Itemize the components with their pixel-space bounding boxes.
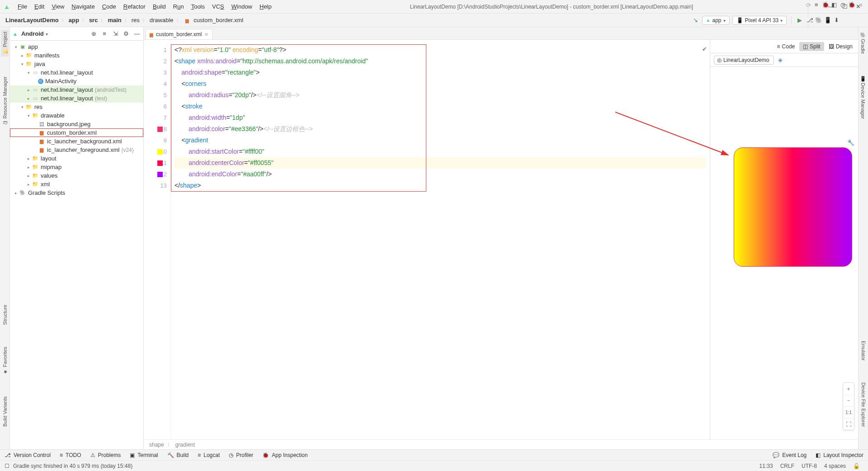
menu-view[interactable]: View <box>48 2 67 11</box>
left-tab-project[interactable]: 📁 Project <box>1 30 9 57</box>
attach-debugger-icon[interactable]: 🐞 <box>848 1 855 9</box>
right-tab-device-file-explorer[interactable]: Device File Explorer <box>860 381 867 429</box>
tree-node[interactable]: CMainActivity <box>10 77 143 85</box>
menu-vcs[interactable]: VCS <box>209 2 227 11</box>
breadcrumb-item[interactable]: gradient <box>175 442 195 448</box>
device-selector[interactable]: 📱Pixel 4 API 33 <box>732 16 787 25</box>
tool-logcat[interactable]: ≡ Logcat <box>193 452 224 458</box>
line-separator[interactable]: CRLF <box>777 463 798 469</box>
breadcrumb-item[interactable]: shape <box>149 442 164 448</box>
zoom-fit-button[interactable]: ⛶ <box>843 418 854 430</box>
menu-help[interactable]: Help <box>256 2 275 11</box>
menu-code[interactable]: Code <box>99 2 119 11</box>
layers-icon[interactable]: ◈ <box>777 57 784 64</box>
profiler-icon[interactable]: ◷ <box>840 1 847 9</box>
left-tab-build-variants[interactable]: Build Variants <box>1 395 9 429</box>
tool-terminal[interactable]: ▣ Terminal <box>125 452 162 458</box>
cursor-position[interactable]: 11:33 <box>756 463 777 469</box>
tool-event-log[interactable]: 💬 Event Log <box>768 452 811 458</box>
menu-edit[interactable]: Edit <box>31 2 47 11</box>
project-tree[interactable]: ▾▣app▸📁manifests▾📁java▾▭net.hxl.linear_l… <box>10 41 143 449</box>
crumb-item[interactable]: drawable <box>148 16 175 24</box>
menu-file[interactable]: FFileile <box>14 2 30 11</box>
mode-split[interactable]: ◫ Split <box>799 42 824 51</box>
zoom-in-button[interactable]: ＋ <box>843 383 854 395</box>
run-button[interactable]: ▶ <box>796 17 803 24</box>
tool-layout-inspector[interactable]: ◧ Layout Inspector <box>811 452 868 458</box>
crumb-item[interactable]: res <box>130 16 142 24</box>
tree-node[interactable]: ▸▭net.hxl.linear_layout(test) <box>10 94 143 103</box>
crumb-item[interactable]: LinearLayoutDemo <box>4 16 61 24</box>
tool-profiler[interactable]: ◷ Profiler <box>224 452 258 458</box>
tree-node[interactable]: ▸▭net.hxl.linear_layout(androidTest) <box>10 85 143 94</box>
tree-node[interactable]: ▸🐘Gradle Scripts <box>10 188 143 197</box>
tab-close-icon[interactable]: ✕ <box>204 32 208 38</box>
hide-panel-icon[interactable]: — <box>133 30 141 38</box>
tree-node[interactable]: ▾📁drawable <box>10 111 143 120</box>
build-button[interactable]: ↘ <box>692 17 699 24</box>
tree-node[interactable]: ▾📁res <box>10 103 143 111</box>
left-tab-resource-manager[interactable]: 🗂 Resource Manager <box>1 75 9 127</box>
menu-run[interactable]: Run <box>170 2 187 11</box>
tree-node[interactable]: ▾▣app <box>10 42 143 51</box>
file-encoding[interactable]: UTF-8 <box>798 463 821 469</box>
right-tab-device-manager[interactable]: 📱 Device Manager <box>859 74 867 121</box>
zoom-out-button[interactable]: － <box>843 395 854 406</box>
debug-icon-1[interactable]: ≡ <box>813 1 820 9</box>
tree-node[interactable]: ▸📁values <box>10 171 143 180</box>
mode-design[interactable]: 🖼 Design <box>825 42 856 51</box>
editor-tab[interactable]: ▆ custom_border.xml ✕ <box>146 29 212 39</box>
tree-node[interactable]: ▸📁layout <box>10 154 143 163</box>
collapse-all-icon[interactable]: ⇲ <box>112 30 119 38</box>
coverage-icon[interactable]: ◧ <box>830 1 838 9</box>
avd-manager-icon[interactable]: 📱 <box>824 17 831 24</box>
crumb-item[interactable]: main <box>106 16 123 24</box>
crumb-item[interactable]: src <box>87 16 100 24</box>
tool-build[interactable]: 🔨 Build <box>163 452 193 458</box>
tree-node[interactable]: ▾📁java <box>10 60 143 68</box>
zoom-reset-button[interactable]: 1:1 <box>843 406 854 418</box>
gutter: 12345678910111213 <box>144 40 171 439</box>
tree-node[interactable]: ▆custom_border.xml <box>10 128 143 137</box>
debug-button[interactable]: 🐞 <box>822 1 829 9</box>
readonly-icon[interactable]: 🔓 <box>849 463 863 469</box>
menu-navigate[interactable]: Navigate <box>68 2 98 11</box>
panel-settings-icon[interactable]: ⚙ <box>123 30 130 38</box>
tool-version-control[interactable]: ⎇ Version Control <box>0 452 55 458</box>
preview-surface[interactable]: 🔧 ＋ － 1:1 ⛶ <box>710 67 858 439</box>
right-tab-gradle[interactable]: 🐘 Gradle <box>859 30 867 56</box>
mode-code[interactable]: ≡ Code <box>774 42 799 51</box>
expand-all-icon[interactable]: ≡ <box>101 30 108 38</box>
git-icon[interactable]: ⎇ <box>806 17 813 24</box>
run-config-selector[interactable]: ▲app <box>702 16 730 25</box>
indent-setting[interactable]: 4 spaces <box>821 463 849 469</box>
preview-config-selector[interactable]: ◎LinearLayoutDemo <box>714 56 774 65</box>
crumb-item[interactable]: app <box>67 16 81 24</box>
tool-todo[interactable]: ≡ TODO <box>55 452 85 458</box>
right-tab-emulator[interactable]: Emulator <box>860 339 867 363</box>
menu-tools[interactable]: Tools <box>188 2 208 11</box>
tool-problems[interactable]: ⚠ Problems <box>86 452 126 458</box>
tree-node[interactable]: ▾▭net.hxl.linear_layout <box>10 68 143 77</box>
wrench-icon[interactable]: 🔧 <box>847 139 854 146</box>
tree-node[interactable]: ▆ic_launcher_foreground.xml(v24) <box>10 146 143 154</box>
menu-refactor[interactable]: Refactor <box>120 2 149 11</box>
project-view-selector[interactable]: Android <box>21 30 44 37</box>
sdk-manager-icon[interactable]: ⬇ <box>833 17 840 24</box>
tool-app-inspection[interactable]: 🐞 App Inspection <box>258 452 312 458</box>
tree-node[interactable]: ▆ic_launcher_background.xml <box>10 137 143 146</box>
stop-button[interactable]: ■ <box>857 1 864 9</box>
menu-build[interactable]: Build <box>150 2 169 11</box>
crumb-item[interactable]: ▆ custom_border.xml <box>182 16 247 24</box>
locate-file-icon[interactable]: ⊕ <box>90 30 97 38</box>
sync-gradle-icon[interactable]: 🐘 <box>815 17 822 24</box>
inspection-ok-icon[interactable]: ✔ <box>702 43 707 55</box>
tree-node[interactable]: ▸📁xml <box>10 180 143 188</box>
left-tab-structure[interactable]: Structure <box>1 303 9 327</box>
tree-node[interactable]: 🖼background.jpeg <box>10 120 143 128</box>
left-tab-favorites[interactable]: ★ Favorites <box>1 345 9 377</box>
tree-node[interactable]: ▸📁mipmap <box>10 163 143 171</box>
code-editor[interactable]: ✔ <?xml version="1.0" encoding="utf-8"?>… <box>171 40 710 439</box>
tree-node[interactable]: ▸📁manifests <box>10 51 143 60</box>
menu-window[interactable]: Window <box>228 2 255 11</box>
